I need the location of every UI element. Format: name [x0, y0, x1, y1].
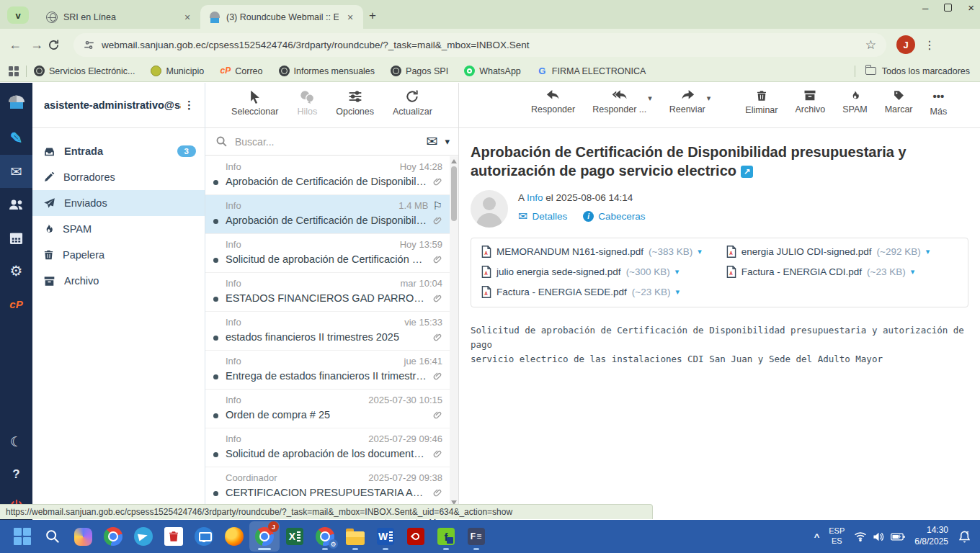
profile-avatar[interactable]: J [896, 35, 915, 54]
bookmark-informes[interactable]: Informes mensuales [279, 66, 375, 76]
nav-cpanel[interactable]: cP [0, 287, 32, 320]
tab-close-icon[interactable]: × [344, 12, 356, 23]
attachment-item[interactable]: A Factura - ENERGIA CDI.pdf (~23 KB) ▾ [726, 266, 930, 278]
reply-all-button[interactable]: Responder ... [592, 89, 646, 114]
search-options-chevron-icon[interactable]: ▾ [445, 136, 450, 147]
folder-enviados[interactable]: Enviados [32, 190, 205, 216]
bookmark-star-icon[interactable]: ☆ [865, 37, 876, 53]
message-row[interactable]: InfoHoy 14:28 Aprobación de Certificació… [205, 156, 450, 195]
attachment-item[interactable]: A julio energia sede-signed.pdf (~300 KB… [481, 266, 702, 278]
bookmark-pagos[interactable]: Pagos SPI [391, 66, 448, 76]
tab-close-icon[interactable]: × [182, 12, 193, 23]
address-bar[interactable]: webmail.sanjuan.gob.ec/cpsess1525424746/… [74, 33, 886, 57]
nav-contacts[interactable] [0, 188, 32, 221]
roundcube-logo[interactable] [0, 83, 32, 122]
attachment-item[interactable]: A MEMORANDUM N161-signed.pdf (~383 KB) ▾ [481, 246, 702, 258]
reply-all-dropdown-icon[interactable]: ▾ [648, 94, 652, 114]
folder-borradores[interactable]: Borradores [32, 164, 205, 190]
taskbar-app-f-dark[interactable]: F≡ [461, 521, 491, 552]
dark-mode-button[interactable]: ☾ [0, 425, 32, 458]
start-button[interactable] [7, 521, 37, 552]
compose-button[interactable]: ✎ [0, 122, 32, 155]
url-text[interactable]: webmail.sanjuan.gob.ec/cpsess1525424746/… [102, 40, 858, 50]
attachment-menu-icon[interactable]: ▾ [675, 287, 680, 297]
maximize-button[interactable] [944, 4, 952, 12]
attachment-item[interactable]: A energia JULIO CDI-signed.pdf (~292 KB)… [726, 246, 930, 258]
folder-entrada[interactable]: Entrada 3 [32, 138, 205, 164]
attachment-item[interactable]: A Factura - ENERGIA SEDE.pdf (~23 KB) ▾ [481, 286, 702, 298]
language-indicator[interactable]: ESPES [829, 526, 845, 547]
attachment-menu-icon[interactable]: ▾ [675, 267, 680, 276]
message-row[interactable]: Infomar 10:04 ESTADOS FINANCIEROS GAD PA… [205, 273, 450, 312]
more-button[interactable]: ••• Más [930, 89, 948, 117]
help-button[interactable]: ? [0, 458, 32, 491]
tray-expand-icon[interactable]: ^ [814, 531, 820, 542]
nav-settings[interactable]: ⚙ [0, 254, 32, 287]
search-input[interactable] [235, 136, 419, 148]
taskbar-acrobat[interactable] [401, 521, 431, 552]
taskbar-recycle[interactable] [159, 521, 189, 552]
apps-grid-icon[interactable] [9, 66, 19, 76]
reload-button[interactable] [48, 39, 69, 51]
options-button[interactable]: Opciones [336, 89, 374, 117]
taskbar-word[interactable]: W [370, 521, 401, 552]
taskbar-telegram[interactable] [128, 521, 159, 552]
bookmark-municipio[interactable]: Municipio [151, 66, 204, 76]
archive-button[interactable]: Archivo [795, 89, 825, 114]
select-button[interactable]: Seleccionar [231, 89, 278, 117]
nav-calendar[interactable] [0, 221, 32, 254]
message-row[interactable]: Infovie 15:33 estados financieros II tri… [205, 312, 450, 351]
taskbar-chrome[interactable] [98, 521, 128, 552]
attachment-menu-icon[interactable]: ▾ [911, 267, 915, 276]
details-toggle[interactable]: ✉Detalles [518, 210, 567, 223]
open-in-window-icon[interactable]: ↗ [741, 166, 753, 178]
taskbar-excel[interactable]: X [280, 521, 310, 552]
browser-tab-sri[interactable]: SRI en Línea × [37, 5, 200, 29]
bookmark-firma[interactable]: GFIRMA ELECTRONICA [537, 66, 646, 76]
taskbar-app-f-green[interactable]: f [431, 521, 461, 552]
search-scope-icon[interactable]: ✉ [427, 133, 438, 150]
notification-bell-icon[interactable]: z [958, 530, 971, 544]
recipient-link[interactable]: Info [527, 192, 543, 203]
scroll-thumb[interactable] [451, 166, 457, 221]
back-button[interactable]: ← [4, 37, 26, 53]
folder-papelera[interactable]: Papelera [32, 242, 205, 268]
message-row[interactable]: Info2025-07-29 09:46 Solicitud de aproba… [205, 428, 450, 467]
message-row[interactable]: Info2025-07-30 10:15 Orden de compra # 2… [205, 390, 450, 428]
minimize-button[interactable]: – [922, 1, 928, 14]
forward-dropdown-icon[interactable]: ▾ [707, 94, 711, 114]
refresh-button[interactable]: Actualizar [393, 89, 432, 117]
taskbar-chrome-settings[interactable]: ⚙ [310, 521, 340, 552]
attachment-menu-icon[interactable]: ▾ [698, 247, 702, 256]
tab-search-button[interactable]: v [7, 6, 29, 24]
forward-button[interactable]: → [26, 37, 48, 53]
account-menu-icon[interactable]: ⋮ [181, 99, 197, 112]
taskbar-search[interactable] [37, 521, 68, 552]
bookmark-correo[interactable]: cPCorreo [220, 66, 262, 76]
taskbar-copilot[interactable] [68, 521, 98, 552]
list-scrollbar[interactable] [450, 156, 458, 508]
message-row[interactable]: InfoHoy 13:59 Solicitud de aprobación de… [205, 234, 450, 273]
close-window-button[interactable]: × [968, 1, 974, 14]
taskbar-firefox[interactable] [219, 521, 249, 552]
spam-button[interactable]: SPAM [842, 89, 868, 114]
message-row[interactable]: Infojue 16:41 Entrega de estados financi… [205, 351, 450, 390]
mark-button[interactable]: Marcar [885, 89, 913, 114]
taskbar-chrome-active[interactable]: J [249, 521, 280, 552]
headers-toggle[interactable]: iCabeceras [583, 210, 645, 223]
taskbar-explorer[interactable] [340, 521, 370, 552]
taskbar-display-app[interactable] [189, 521, 219, 552]
bookmark-servicios[interactable]: Servicios Electrónic... [34, 66, 135, 76]
browser-tab-roundcube[interactable]: (3) Roundcube Webmail :: Envia × [200, 5, 363, 29]
bookmark-whatsapp[interactable]: WhatsApp [464, 66, 521, 76]
reply-button[interactable]: Responder [531, 89, 575, 114]
browser-menu-icon[interactable]: ⋮ [924, 38, 935, 52]
message-row[interactable]: Coordinador2025-07-29 09:38 CERTIFICACIO… [205, 467, 450, 506]
new-tab-button[interactable]: + [369, 9, 376, 23]
folder-archivo[interactable]: Archivo [32, 268, 205, 294]
nav-mail[interactable]: ✉ [0, 155, 32, 188]
attachment-menu-icon[interactable]: ▾ [926, 247, 930, 256]
all-bookmarks-button[interactable]: Todos los marcadores [855, 66, 970, 77]
site-settings-icon[interactable] [84, 40, 94, 50]
tray-status-icons[interactable] [854, 531, 905, 542]
